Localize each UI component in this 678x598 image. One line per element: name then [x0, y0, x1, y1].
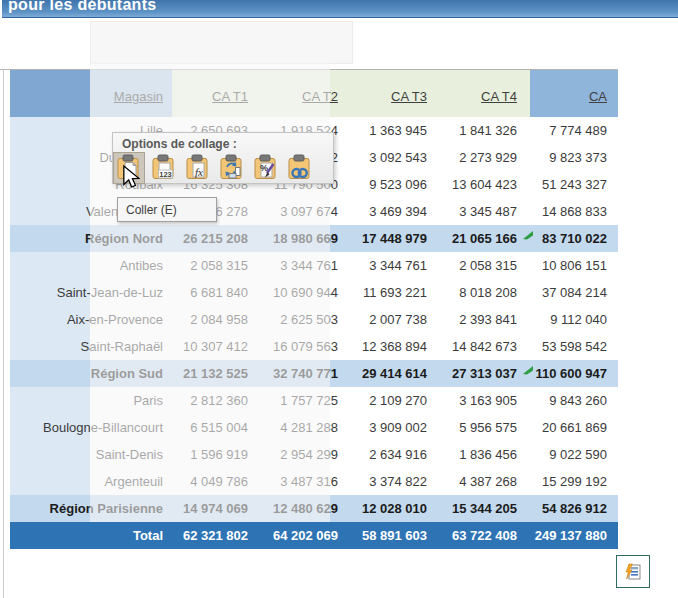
column-header-ca-t2[interactable]: CA T2 [261, 70, 351, 117]
paste-option-paste-transpose[interactable] [218, 154, 244, 180]
column-header-ca-t4[interactable]: CA T4 [440, 70, 530, 117]
value-cell[interactable]: 2 812 360 [172, 387, 261, 414]
value-cell[interactable]: 3 487 316 [261, 468, 351, 495]
row-gutter-cell[interactable] [10, 468, 90, 495]
value-cell[interactable]: 3 097 674 [261, 198, 351, 225]
row-gutter-cell[interactable] [10, 333, 90, 360]
value-cell[interactable]: 15 344 205 [440, 495, 530, 522]
value-cell[interactable]: 2 058 315 [440, 252, 530, 279]
value-cell[interactable]: 10 307 412 [172, 333, 261, 360]
value-cell[interactable]: 11 693 221 [351, 279, 440, 306]
value-cell[interactable]: 14 842 673 [440, 333, 530, 360]
value-cell[interactable]: 32 740 771 [261, 360, 351, 387]
value-cell[interactable]: 64 202 069 [261, 522, 351, 549]
value-cell[interactable]: 27 313 037 [440, 360, 530, 387]
paste-option-paste-values[interactable]: 123 [150, 154, 176, 180]
value-cell[interactable]: 12 368 894 [351, 333, 440, 360]
row-gutter-cell[interactable] [10, 117, 90, 144]
row-label-cell[interactable]: Saint-Denis [90, 441, 172, 468]
value-cell[interactable]: 2 393 841 [440, 306, 530, 333]
value-cell[interactable]: 2 954 299 [261, 441, 351, 468]
value-cell[interactable]: 14 974 069 [172, 495, 261, 522]
value-cell[interactable]: 21 132 525 [172, 360, 261, 387]
value-cell[interactable]: 12 480 629 [261, 495, 351, 522]
row-gutter-cell[interactable] [10, 198, 90, 225]
value-cell[interactable]: 2 634 916 [351, 441, 440, 468]
value-cell[interactable]: 1 836 456 [440, 441, 530, 468]
value-cell[interactable]: 13 604 423 [440, 171, 530, 198]
value-cell[interactable]: 110 600 947 [530, 360, 618, 387]
value-cell[interactable]: 29 414 614 [351, 360, 440, 387]
row-gutter-cell[interactable] [10, 387, 90, 414]
value-cell[interactable]: 18 980 669 [261, 225, 351, 252]
column-header-magasin[interactable]: Magasin [90, 70, 172, 117]
value-cell[interactable]: 2 109 270 [351, 387, 440, 414]
row-label-cell[interactable]: Aix-en-Provence [90, 306, 172, 333]
value-cell[interactable]: 2 058 315 [172, 252, 261, 279]
value-cell[interactable]: 6 681 840 [172, 279, 261, 306]
row-label-cell[interactable]: Région Parisienne [90, 495, 172, 522]
value-cell[interactable]: 51 243 327 [530, 171, 618, 198]
row-label-cell[interactable]: Boulogne-Billancourt [90, 414, 172, 441]
paste-option-paste-link[interactable] [286, 154, 312, 180]
value-cell[interactable]: 54 826 912 [530, 495, 618, 522]
value-cell[interactable]: 9 112 040 [530, 306, 618, 333]
row-gutter-cell[interactable] [10, 252, 90, 279]
row-label-cell[interactable]: Région Nord [90, 225, 172, 252]
value-cell[interactable]: 21 065 166 [440, 225, 530, 252]
row-gutter-cell[interactable] [10, 144, 90, 171]
row-gutter-cell[interactable] [10, 171, 90, 198]
value-cell[interactable]: 9 823 373 [530, 144, 618, 171]
header-gutter-cell[interactable] [10, 70, 90, 117]
value-cell[interactable]: 1 596 919 [172, 441, 261, 468]
value-cell[interactable]: 3 344 761 [261, 252, 351, 279]
value-cell[interactable]: 17 448 979 [351, 225, 440, 252]
paste-option-paste-formatting[interactable]: % [252, 154, 278, 180]
value-cell[interactable]: 62 321 802 [172, 522, 261, 549]
value-cell[interactable]: 8 018 208 [440, 279, 530, 306]
value-cell[interactable]: 4 387 268 [440, 468, 530, 495]
value-cell[interactable]: 10 690 944 [261, 279, 351, 306]
paste-option-paste-formulas[interactable]: fx [184, 154, 210, 180]
value-cell[interactable]: 26 215 208 [172, 225, 261, 252]
column-header-ca[interactable]: CA [530, 70, 618, 117]
value-cell[interactable]: 4 049 786 [172, 468, 261, 495]
column-header-ca-t3[interactable]: CA T3 [351, 70, 440, 117]
value-cell[interactable]: 9 523 096 [351, 171, 440, 198]
row-label-cell[interactable]: Saint-Raphaël [90, 333, 172, 360]
value-cell[interactable]: 14 868 833 [530, 198, 618, 225]
value-cell[interactable]: 9 843 260 [530, 387, 618, 414]
row-label-cell[interactable]: Paris [90, 387, 172, 414]
value-cell[interactable]: 3 909 002 [351, 414, 440, 441]
value-cell[interactable]: 3 163 905 [440, 387, 530, 414]
value-cell[interactable]: 2 007 738 [351, 306, 440, 333]
value-cell[interactable]: 1 841 326 [440, 117, 530, 144]
value-cell[interactable]: 15 299 192 [530, 468, 618, 495]
value-cell[interactable]: 1 363 945 [351, 117, 440, 144]
value-cell[interactable]: 1 757 725 [261, 387, 351, 414]
value-cell[interactable]: 6 515 004 [172, 414, 261, 441]
value-cell[interactable]: 10 806 151 [530, 252, 618, 279]
value-cell[interactable]: 53 598 542 [530, 333, 618, 360]
value-cell[interactable]: 3 374 822 [351, 468, 440, 495]
value-cell[interactable]: 20 661 869 [530, 414, 618, 441]
row-label-cell[interactable]: Région Sud [90, 360, 172, 387]
value-cell[interactable]: 7 774 489 [530, 117, 618, 144]
value-cell[interactable]: 3 344 761 [351, 252, 440, 279]
value-cell[interactable]: 5 956 575 [440, 414, 530, 441]
value-cell[interactable]: 2 084 958 [172, 306, 261, 333]
value-cell[interactable]: 3 345 487 [440, 198, 530, 225]
row-label-cell[interactable]: Argenteuil [90, 468, 172, 495]
value-cell[interactable]: 58 891 603 [351, 522, 440, 549]
column-header-ca-t1[interactable]: CA T1 [172, 70, 261, 117]
value-cell[interactable]: 16 079 563 [261, 333, 351, 360]
row-label-cell[interactable]: Total [90, 522, 172, 549]
value-cell[interactable]: 2 625 503 [261, 306, 351, 333]
row-label-cell[interactable]: Saint-Jean-de-Luz [90, 279, 172, 306]
value-cell[interactable]: 249 137 880 [530, 522, 618, 549]
value-cell[interactable]: 12 028 010 [351, 495, 440, 522]
paste-options-smart-tag-button[interactable] [616, 555, 650, 588]
row-label-cell[interactable]: Antibes [90, 252, 172, 279]
value-cell[interactable]: 3 469 394 [351, 198, 440, 225]
value-cell[interactable]: 9 022 590 [530, 441, 618, 468]
